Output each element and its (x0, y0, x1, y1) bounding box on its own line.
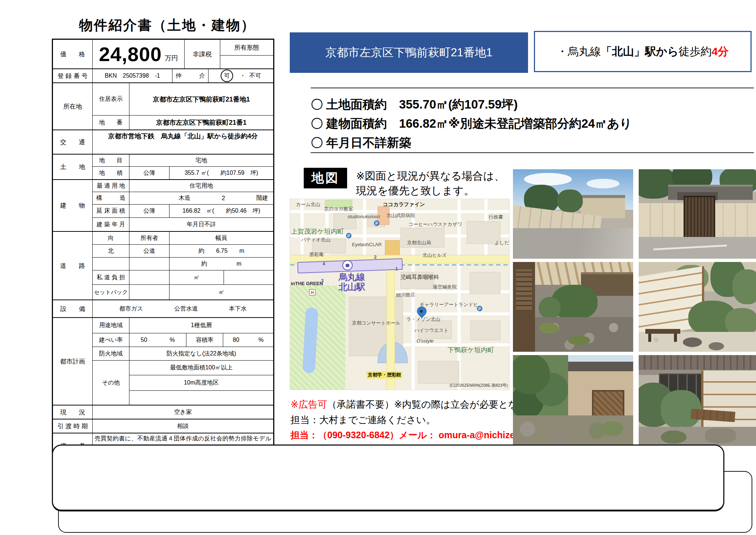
land-area-label: 地 積 (93, 167, 129, 179)
highlight-item-1: 〇 土地面積約 355.70㎡(約107.59坪) (311, 95, 632, 114)
road-row1-owner: 公道 (129, 245, 170, 257)
setback-blank (129, 285, 170, 300)
facilities-sewer: 本下水 (229, 305, 247, 313)
map-label: 墨彩庵 (309, 251, 324, 258)
residence-value: 京都市左京区下鴨前萩町21番地1 (129, 83, 273, 115)
parking-icon: P (374, 220, 379, 226)
land-area-register: 公簿 (129, 167, 170, 179)
map-label: よしだ (495, 240, 509, 246)
station-line-name: 烏丸線 (330, 272, 374, 282)
other-value-2: 10m高度地区 (129, 375, 273, 391)
land-category-value: 宅地 (129, 155, 273, 166)
location-map[interactable]: 2 4 1 3 P P P H カーム北山 京のヨガ教室 studionukum… (290, 199, 510, 390)
other-label: その他 (93, 361, 129, 405)
ownership-label: 所有形態 (220, 40, 273, 56)
map-label: ハイツウエスト (414, 327, 449, 334)
ownership-value (220, 56, 273, 68)
parking-icon: P (346, 233, 352, 238)
structure-suffix: 階建 (256, 194, 268, 202)
planning-label: 都市計画 (53, 318, 93, 405)
station-exit-2: 2 (374, 254, 377, 260)
built-date-label: 建 築 年 月 (93, 218, 129, 231)
price-unit: 万円 (165, 54, 178, 63)
status-value: 空き家 (93, 405, 273, 419)
agency-choice-cell: 可 ・ 不可 (208, 69, 273, 82)
far-value: 80 (233, 337, 239, 343)
map-park-area (290, 286, 345, 390)
map-label: コーヒーハウスナカザワ (409, 221, 462, 228)
access-value: 京都市営地下鉄 烏丸線「北山」駅から徒歩約4分 (93, 130, 273, 154)
train-station-icon (342, 260, 353, 270)
map-label: 京都コンサートホール (352, 320, 400, 326)
table-row: 現 況 空き家 (53, 405, 273, 419)
contact-person-note: 担当：大村までご連絡ください。 (290, 414, 435, 426)
address-banner: 京都市左京区下鴨前萩町21番地1 (290, 32, 528, 73)
tax-status: 非課税 (185, 40, 220, 68)
agency-label: 仲 介 (172, 69, 208, 82)
private-road-blank2 (224, 270, 273, 284)
coverage-label: 建ぺい率 (93, 333, 129, 347)
floor-area-value: 166.82 ㎡( 約50.46 坪) (170, 205, 273, 217)
facilities-water: 公営水道 (174, 305, 198, 313)
structure-floors: 2 (222, 195, 225, 202)
price-value: 24,800 (99, 43, 162, 65)
zoning-label: 用途地域 (93, 318, 129, 333)
photo-exterior-street (513, 169, 633, 259)
far-unit: % (258, 337, 264, 343)
property-spec-table: 価 格 24,800 万円 非課税 所有形態 登 録 番 号 (52, 39, 274, 459)
table-row: 都市計画 用途地域 1種低層 建ぺい率 50 % 容積率 80 % (53, 318, 273, 405)
road-row2-direction (93, 258, 129, 270)
table-row: 価 格 24,800 万円 非課税 所有形態 (53, 40, 273, 69)
bottom-note-box (52, 444, 724, 511)
lot-label: 地 番 (93, 116, 129, 130)
structure-material: 木造 (179, 194, 190, 202)
map-building (470, 320, 500, 340)
map-label: 京のヨガ教室 (324, 206, 353, 212)
handover-label: 引 渡 時 期 (53, 419, 93, 433)
map-label: ラ・メゾン北山 (406, 316, 440, 323)
setback-label: セットバック (93, 285, 129, 300)
structure-value-cell: 木造 2 階建 (129, 192, 273, 204)
handover-value: 相談 (93, 419, 273, 433)
other-value-1: 最低敷地面積100㎡以上 (129, 361, 273, 375)
highlight-item-2: 〇 建物面積約 166.82㎡※別途未登記増築部分約24㎡あり (311, 114, 632, 133)
map-building-gold (385, 240, 400, 256)
land-area-value: 355.7 ㎡( 約107.59 坪) (170, 167, 273, 179)
table-row: 引 渡 時 期 相談 (53, 419, 273, 433)
other-value-3 (129, 391, 273, 405)
ad-permission-note: ※広告可（承諾書不要）※内覧の際は立会が必要となります (290, 398, 547, 411)
status-label: 現 況 (53, 405, 93, 419)
map-label: inTHE GREEN (291, 281, 323, 286)
facilities-values: 都市ガス 公営水道 本下水 (93, 300, 273, 317)
map-label: ギャラリーアートランドヒ (420, 301, 478, 308)
map-label: 行政書 (489, 214, 503, 220)
contact-phone: 担当：（090-9320-6842）メール： (290, 430, 436, 440)
floor-area-register: 公簿 (129, 205, 170, 217)
road-width-header: 幅員 (170, 232, 273, 244)
registration-number: BKN 25057398 -1 (93, 69, 172, 82)
map-disclaimer-line2: 現況を優先と致します。 (356, 183, 505, 198)
highlight-item-3: 〇 年月日不詳新築 (311, 133, 632, 152)
land-category-label: 地 目 (93, 155, 129, 166)
station-minutes: 4分 (712, 44, 729, 59)
fire-label: 防火地域 (93, 347, 129, 360)
private-road-blank (129, 270, 170, 284)
map-label: パティオ北山 (301, 237, 330, 243)
photo-garden-pine (513, 355, 633, 446)
road-label: 道 路 (53, 232, 93, 300)
property-flyer-page: 物件紹介書（土地・建物） 価 格 24,800 万円 非課税 所有形態 (0, 0, 756, 535)
coverage-value: 50 (140, 337, 147, 343)
map-label: 北山武田病院 (386, 212, 415, 219)
divider-top (311, 88, 754, 88)
map-label: 児嶋耳鼻咽喉科 (400, 274, 439, 281)
table-row: 設 備 都市ガス 公営水道 本下水 (53, 300, 273, 318)
map-title-badge: 地図 (304, 168, 347, 188)
photo-garden-path (513, 262, 633, 352)
station-walk: 徒歩約 (678, 44, 712, 59)
road-row1-direction: 北 (93, 245, 129, 257)
access-label: 交 通 (53, 130, 93, 154)
facilities-gas: 都市ガス (119, 305, 143, 313)
private-road-label: 私 道 負 担 (93, 270, 129, 284)
land-label: 土 地 (53, 155, 93, 179)
page-title: 物件紹介書（土地・建物） (57, 16, 278, 35)
